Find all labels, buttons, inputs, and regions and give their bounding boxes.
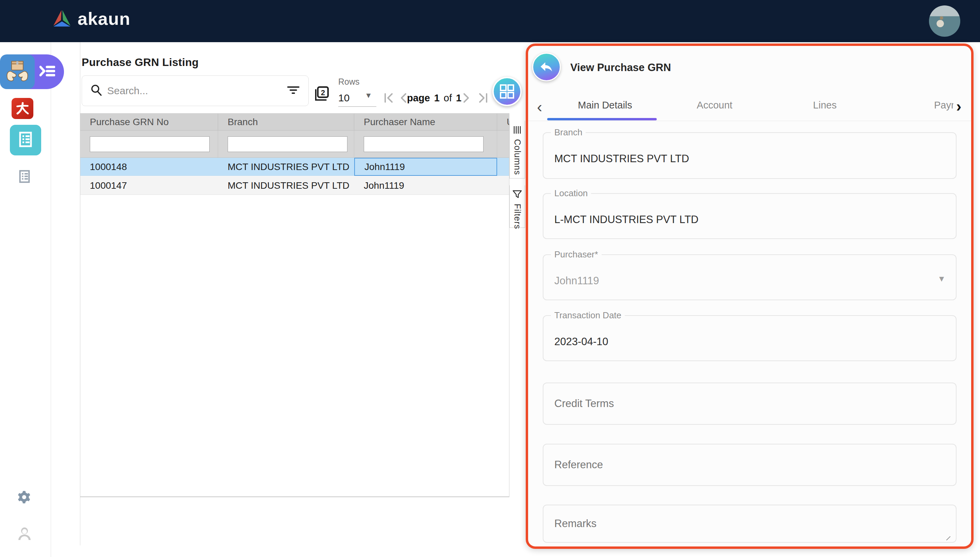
remarks-label: Remarks (554, 518, 596, 530)
top-navbar: akaun (0, 0, 980, 42)
transaction-date-field[interactable]: Transaction Date 2023-04-10 (543, 315, 957, 361)
remarks-textarea[interactable]: Remarks (543, 505, 957, 543)
document-list-icon (17, 131, 34, 149)
rows-value: 10 (338, 92, 350, 104)
page-word: page (407, 93, 430, 104)
left-sidebar (0, 42, 51, 557)
user-avatar[interactable] (929, 5, 960, 37)
rows-caret-icon[interactable]: ▼ (365, 91, 372, 100)
akaun-logo[interactable]: akaun (51, 8, 130, 30)
page-indicator: page 1 of 1 (407, 89, 461, 107)
last-page-button[interactable] (476, 89, 489, 107)
tabs-scroll-left-icon[interactable]: ‹ (537, 98, 542, 116)
filters-side-tab[interactable]: Filters (510, 185, 525, 228)
sidebar-item-da-app[interactable] (11, 98, 33, 119)
page-title: Purchase GRN Listing (82, 56, 199, 69)
sidebar-item-goods-received[interactable] (0, 54, 35, 89)
columns-side-tab[interactable]: Columns (510, 121, 525, 179)
branch-value: MCT INDUSTRIES PVT LTD (554, 153, 689, 165)
active-tab-underline (547, 118, 657, 121)
filter-input-branch[interactable] (228, 136, 348, 152)
sidebar-item-listing-active[interactable] (10, 125, 41, 155)
purchaser-select[interactable]: Purchaser* John1119 ▼ (543, 254, 957, 300)
columns-bars-icon (513, 125, 522, 136)
funnel-icon (513, 190, 522, 200)
col-header-updated[interactable]: Up (497, 114, 509, 130)
tab-lines[interactable]: Lines (770, 99, 879, 111)
columns-tab-label: Columns (513, 139, 522, 175)
col-header-branch[interactable]: Branch (218, 114, 354, 130)
tab-account[interactable]: Account (660, 99, 769, 111)
reference-field[interactable]: Reference (543, 444, 957, 486)
branch-field[interactable]: Branch MCT INDUSTRIES PVT LTD (543, 132, 957, 179)
col-header-purchaser[interactable]: Purchaser Name (354, 114, 497, 130)
col-header-grn-no[interactable]: Purchase GRN No (80, 114, 218, 130)
brand-name: akaun (78, 8, 130, 29)
credit-terms-label: Credit Terms (554, 397, 614, 410)
table-row[interactable]: 1000147 MCT INDUSTRIES PVT LTD John1119 (80, 176, 509, 195)
credit-terms-field[interactable]: Credit Terms (543, 383, 957, 425)
purchaser-caret-icon[interactable]: ▼ (938, 274, 946, 283)
cell-purchaser[interactable]: John1119 (354, 176, 497, 194)
duplicate-pages-icon[interactable]: 2 (312, 84, 331, 103)
hands-box-icon (5, 59, 29, 84)
panel-tabs: ‹ Main Details Account Lines Payment › (528, 97, 971, 121)
back-arrow-icon (539, 60, 554, 74)
location-field[interactable]: Location L-MCT INDUSTRIES PVT LTD (543, 193, 957, 239)
location-value: L-MCT INDUSTRIES PVT LTD (554, 213, 699, 226)
cell-grn-no[interactable]: 1000148 (80, 158, 218, 176)
panel-title: View Purchase GRN (570, 62, 671, 74)
expand-menu-icon (39, 64, 55, 79)
cell-grn-no[interactable]: 1000147 (80, 176, 218, 194)
total-pages-number: 1 (456, 93, 461, 104)
rows-label: Rows (338, 77, 360, 87)
first-page-button[interactable] (382, 89, 396, 107)
profile-person-icon[interactable] (17, 526, 32, 540)
cell-purchaser-selected[interactable]: John1119 (354, 158, 497, 176)
purchaser-value: John1119 (554, 275, 599, 287)
tab-main-details[interactable]: Main Details (550, 99, 660, 111)
cell-branch[interactable]: MCT INDUSTRIES PVT LTD (218, 176, 354, 194)
settings-gear-icon[interactable] (18, 490, 31, 504)
resize-handle-icon[interactable] (946, 536, 951, 541)
current-page-number: 1 (434, 93, 439, 104)
filter-input-grn-no[interactable] (90, 136, 210, 152)
sidebar-item-listing-2[interactable] (18, 170, 31, 183)
table-header-row: Purchase GRN No Branch Purchaser Name Up (80, 114, 509, 130)
filter-input-purchaser[interactable] (364, 136, 483, 152)
transaction-date-label: Transaction Date (551, 310, 625, 321)
view-purchase-grn-panel: View Purchase GRN ‹ Main Details Account… (526, 44, 973, 549)
back-button[interactable] (532, 53, 561, 81)
column-filter-row (80, 130, 509, 158)
search-input[interactable] (107, 85, 286, 96)
svg-text:2: 2 (321, 88, 325, 97)
search-bar (82, 75, 309, 106)
app-root: akaun (0, 0, 980, 557)
filter-list-icon[interactable] (286, 84, 300, 97)
akaun-triangle-icon (51, 8, 73, 30)
next-page-button[interactable] (461, 89, 472, 107)
search-icon (90, 84, 103, 98)
filters-tab-label: Filters (513, 204, 522, 229)
four-squares-icon (499, 84, 515, 99)
location-label: Location (551, 188, 591, 199)
reference-label: Reference (554, 459, 603, 471)
grid-view-button[interactable] (492, 77, 522, 106)
purchase-grn-table: Purchase GRN No Branch Purchaser Name Up… (80, 113, 510, 497)
of-word: of (444, 93, 452, 104)
transaction-date-value: 2023-04-10 (554, 336, 608, 348)
tab-payment[interactable]: Payment (934, 99, 954, 111)
document-list-gray-icon (18, 170, 31, 183)
tabs-scroll-right-icon[interactable]: › (956, 97, 961, 115)
purchaser-label: Purchaser* (551, 249, 602, 260)
table-row-selected[interactable]: 1000148 MCT INDUSTRIES PVT LTD John1119 (80, 158, 509, 176)
branch-label: Branch (551, 127, 586, 138)
da-character-icon (15, 101, 30, 116)
cell-branch[interactable]: MCT INDUSTRIES PVT LTD (218, 158, 354, 176)
